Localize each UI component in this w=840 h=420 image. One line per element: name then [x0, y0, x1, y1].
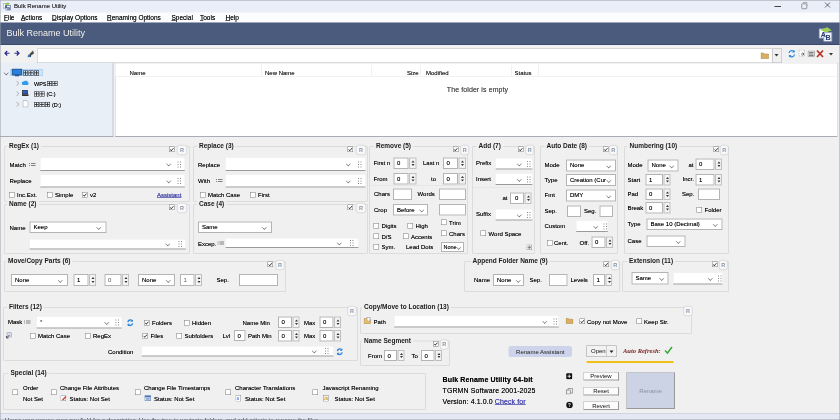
svg-text:B: B [7, 6, 10, 11]
svg-text:?: ? [568, 403, 571, 408]
svg-text:B: B [826, 34, 831, 41]
svg-text:JS: JS [324, 397, 329, 401]
